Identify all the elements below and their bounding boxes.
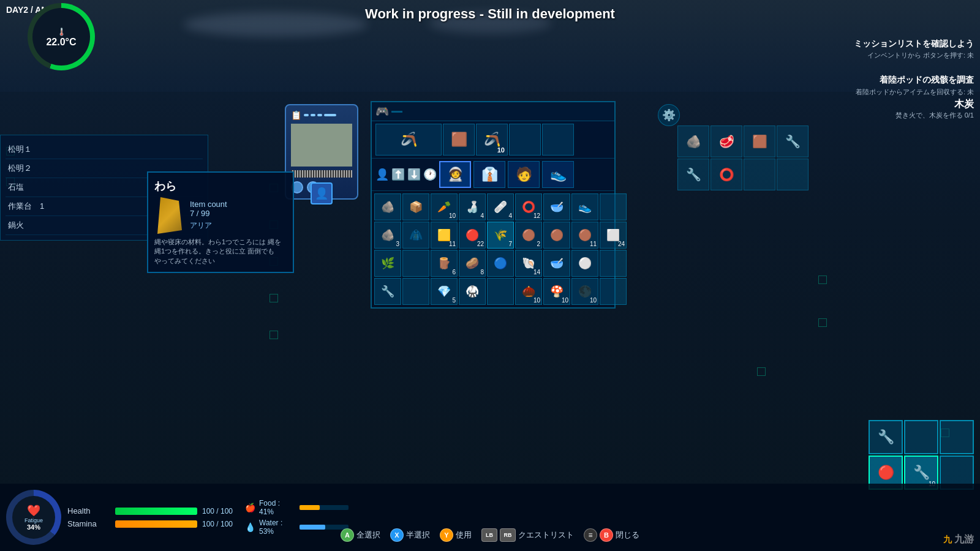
inv-slot-5[interactable]: ⭕12 bbox=[515, 193, 542, 220]
food-row: 🍎 Food : 41% bbox=[245, 499, 349, 516]
inv-slot-11[interactable]: 🟨11 bbox=[431, 222, 458, 249]
ctrl-close-label: 閉じる bbox=[616, 530, 639, 541]
inv-slot-4[interactable]: 🩹4 bbox=[487, 193, 514, 220]
inv-slot-31[interactable] bbox=[487, 278, 514, 305]
inv-slot-12[interactable]: 🔴22 bbox=[459, 222, 486, 249]
equip-slot-5[interactable]: ⭕ bbox=[710, 159, 742, 190]
ctrl-close: ≡ B 閉じる bbox=[584, 528, 639, 542]
device-barcode bbox=[291, 170, 352, 178]
btn-x[interactable]: X bbox=[390, 528, 404, 542]
inv-slot-35[interactable] bbox=[600, 278, 627, 305]
inv-slot-16[interactable]: 🟤11 bbox=[571, 222, 598, 249]
inv-slot-7[interactable]: 👟 bbox=[571, 193, 598, 220]
item-tooltip: わら Item count 7 / 99 アリア 縄や寝床の材料。わら1つでころ… bbox=[147, 171, 294, 273]
inv-slot-26[interactable] bbox=[600, 250, 627, 277]
water-label: Water : 53% bbox=[259, 519, 296, 536]
food-label: Food : 41% bbox=[259, 499, 296, 516]
inv-slot-3[interactable]: 🍶4 bbox=[459, 193, 486, 220]
inv-slot-30[interactable]: 🥋 bbox=[459, 278, 486, 305]
inv-slot-20[interactable]: 🪵6 bbox=[431, 250, 458, 277]
btn-a[interactable]: A bbox=[341, 528, 354, 542]
ctrl-use: Y 使用 bbox=[440, 528, 472, 542]
weapon-slot-1[interactable]: 🪃 bbox=[375, 124, 442, 156]
char-slot-lower[interactable]: 🧑 bbox=[508, 161, 540, 188]
inv-slot-23[interactable]: 🐚14 bbox=[515, 250, 542, 277]
inv-slot-18[interactable]: 🌿 bbox=[374, 250, 401, 277]
btn-b[interactable]: B bbox=[600, 528, 613, 542]
inv-slot-19[interactable] bbox=[402, 250, 429, 277]
inventory-device: 📋 👤 bbox=[285, 104, 358, 200]
tooltip-desc: 縄や寝床の材料。わら1つでころには 縄を 縄1つを作れる。きっと役に立 面倒でも… bbox=[154, 238, 287, 266]
mission-title-1: ミッションリストを確認しよう bbox=[854, 37, 974, 50]
weapon-slot-4[interactable] bbox=[509, 124, 541, 156]
inv-slot-14[interactable]: 🟤2 bbox=[515, 222, 542, 249]
deco-sq bbox=[270, 331, 278, 339]
weapon-slot-5[interactable] bbox=[542, 124, 574, 156]
inv-slot-24[interactable]: 🥣 bbox=[543, 250, 570, 277]
food-water-panel: 🍎 Food : 41% 💧 Water : 53% bbox=[245, 499, 349, 536]
inventory-panel: 🎮 🪃 🟫 🪃 10 👤 ⬆️ ⬇️ 🕐 🧑‍🚀 👔 🧑 👟 🪨 📦 🥕10 🍶… bbox=[371, 101, 616, 309]
ctrl-all-label: 全選択 bbox=[356, 530, 380, 541]
char-slot-feet[interactable]: 👟 bbox=[542, 161, 574, 188]
equip-slot-2[interactable]: 🟫 bbox=[744, 126, 775, 157]
device-book-icon: 📋 bbox=[291, 110, 301, 120]
water-row: 💧 Water : 53% bbox=[245, 519, 349, 536]
inv-slot-27[interactable]: 🔧 bbox=[374, 278, 401, 305]
btn-lb[interactable]: LB bbox=[481, 528, 497, 542]
inv-slot-21[interactable]: 🥔8 bbox=[459, 250, 486, 277]
equip-slot-3[interactable]: 🔧 bbox=[777, 126, 809, 157]
quest-item-0[interactable]: 松明１ bbox=[6, 140, 203, 159]
weapon-slots: 🪃 🟫 🪃 10 bbox=[372, 121, 614, 159]
deco-sq bbox=[270, 294, 278, 302]
inv-slot-25[interactable]: ⚪ bbox=[571, 250, 598, 277]
inv-slot-8[interactable] bbox=[600, 193, 627, 220]
inv-slot-33[interactable]: 🍄10 bbox=[543, 278, 570, 305]
char-icon-down: ⬇️ bbox=[407, 168, 421, 181]
inv-slot-29[interactable]: 💎5 bbox=[431, 278, 458, 305]
inv-slot-34[interactable]: 🌑10 bbox=[571, 278, 598, 305]
inv-slot-6[interactable]: 🥣 bbox=[543, 193, 570, 220]
tooltip-npc: アリア bbox=[190, 220, 227, 231]
equip-slot-7[interactable] bbox=[777, 159, 809, 190]
qs-slot-1[interactable] bbox=[904, 420, 938, 454]
inv-slot-15[interactable]: 🟤 bbox=[543, 222, 570, 249]
inv-slot-10[interactable]: 🧥 bbox=[402, 222, 429, 249]
inv-slot-13[interactable]: 🌾7 bbox=[487, 222, 514, 249]
inv-slot-28[interactable] bbox=[402, 278, 429, 305]
tooltip-item-name: わら bbox=[154, 179, 287, 193]
watermark-text: 九游 bbox=[954, 534, 974, 544]
weapon-slot-3[interactable]: 🪃 10 bbox=[476, 124, 508, 156]
weapon-slot-2[interactable]: 🟫 bbox=[443, 124, 475, 156]
inv-slot-32[interactable]: 🌰10 bbox=[515, 278, 542, 305]
device-screen bbox=[291, 124, 352, 167]
food-bar-fill bbox=[300, 505, 320, 510]
char-slot-armor[interactable]: 🧑‍🚀 bbox=[439, 161, 471, 188]
btn-rb[interactable]: RB bbox=[500, 528, 516, 542]
char-slots-row: 👤 ⬆️ ⬇️ 🕐 🧑‍🚀 👔 🧑 👟 bbox=[372, 159, 614, 191]
char-slot-upper[interactable]: 👔 bbox=[473, 161, 505, 188]
qs-slot-0[interactable]: 🔧 bbox=[869, 420, 903, 454]
deco-sq bbox=[818, 318, 827, 327]
equip-slot-6[interactable] bbox=[744, 159, 775, 190]
water-bar-fill bbox=[300, 525, 325, 530]
qs-slot-2[interactable] bbox=[940, 420, 974, 454]
btn-menu[interactable]: ≡ bbox=[584, 528, 597, 542]
equip-slot-1[interactable]: 🥩 bbox=[710, 126, 742, 157]
food-bar-bg bbox=[300, 505, 349, 510]
inv-slot-22[interactable]: 🔵 bbox=[487, 250, 514, 277]
therm-icon: 🌡️ bbox=[57, 28, 66, 36]
inv-slot-1[interactable]: 📦 bbox=[402, 193, 429, 220]
gear-button[interactable]: ⚙️ bbox=[658, 104, 680, 126]
equip-slot-0[interactable]: 🪨 bbox=[677, 126, 709, 157]
inv-slot-2[interactable]: 🥕10 bbox=[431, 193, 458, 220]
btn-y[interactable]: Y bbox=[440, 528, 453, 542]
health-label: Health bbox=[67, 506, 110, 515]
stamina-row: Stamina 100 / 100 bbox=[67, 519, 239, 528]
mission-panel: ミッションリストを確認しよう インベントリから ボタンを押す: 未 着陸ポッドの… bbox=[854, 37, 974, 97]
mission-title-2: 着陸ポッドの残骸を調査 bbox=[854, 73, 974, 86]
equip-slot-4[interactable]: 🔧 bbox=[677, 159, 709, 190]
inv-slot-0[interactable]: 🪨 bbox=[374, 193, 401, 220]
inv-slot-9[interactable]: 🪨3 bbox=[374, 222, 401, 249]
inv-slot-17[interactable]: ⬜24 bbox=[600, 222, 627, 249]
fatigue-circle: ❤️ Fatigue 34% bbox=[6, 490, 61, 545]
